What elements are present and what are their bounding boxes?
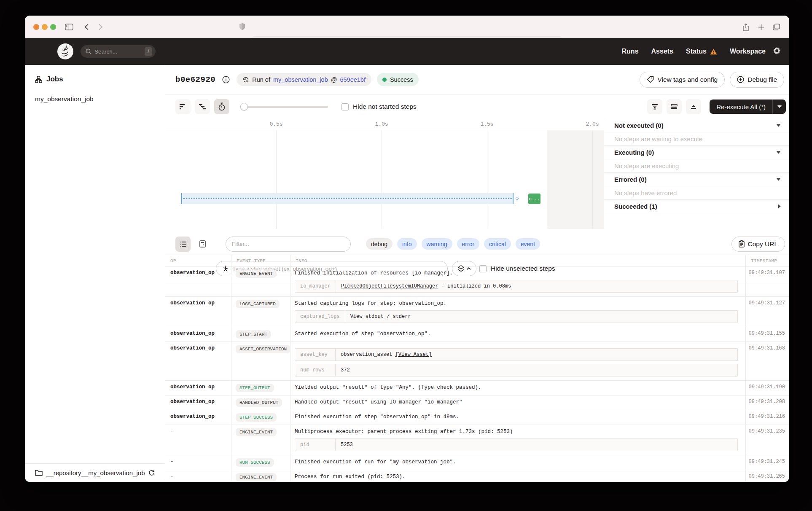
- event-type-badge: ENGINE_EVENT: [236, 269, 277, 278]
- run-of-label: Run of: [252, 76, 270, 83]
- metadata-key: pid: [295, 439, 336, 451]
- log-row[interactable]: observation_opSTEP_SUCCESSFinished execu…: [165, 410, 789, 425]
- log-op-cell: -: [165, 425, 231, 455]
- log-timestamp-cell: 09:49:31.235: [745, 425, 789, 455]
- log-filter-input[interactable]: [226, 237, 351, 252]
- gantt-timed-view-button[interactable]: [214, 99, 229, 114]
- log-info-cell: Handled output "result" using IO manager…: [290, 395, 745, 410]
- chevron-down-icon[interactable]: [776, 178, 781, 181]
- sidebar-job-item[interactable]: my_observation_job: [25, 93, 165, 105]
- log-row[interactable]: observation_opLOGS_CAPTUREDStarted captu…: [165, 297, 789, 327]
- expand-up-button[interactable]: [686, 99, 701, 114]
- zoom-window-button[interactable]: [50, 24, 56, 30]
- log-event-type-cell: STEP_OUTPUT: [231, 381, 290, 395]
- slider-track[interactable]: [241, 106, 328, 108]
- slider-knob[interactable]: [240, 103, 248, 110]
- chevron-right-icon[interactable]: [778, 204, 781, 209]
- panel-section-title: Errored (0): [614, 176, 647, 183]
- collapse-down-button[interactable]: [647, 99, 662, 114]
- log-row[interactable]: -ENGINE_EVENTProcess for run exited (pid…: [165, 470, 789, 482]
- app-top-nav: Search... / RunsAssetsStatusWorkspace: [25, 38, 789, 65]
- log-row[interactable]: observation_opASSET_OBSERVATIONasset_key…: [165, 342, 789, 381]
- topnav-item-assets[interactable]: Assets: [651, 48, 673, 55]
- panel-section-header[interactable]: Not executed (0): [604, 119, 789, 132]
- log-list-view-button[interactable]: [175, 237, 191, 252]
- metadata-entry: captured_logsView stdout / stderr: [295, 310, 738, 323]
- share-icon[interactable]: [739, 21, 752, 33]
- log-row[interactable]: -ENGINE_EVENTMultiprocess executor: pare…: [165, 425, 789, 455]
- chevron-down-icon[interactable]: [776, 124, 781, 127]
- dagster-logo-icon[interactable]: [57, 43, 74, 60]
- metadata-key: captured_logs: [295, 311, 345, 323]
- panel-section-header[interactable]: Succeeded (1): [604, 200, 789, 213]
- commit-link[interactable]: 659ee1bf: [340, 76, 365, 83]
- log-row[interactable]: -RUN_SUCCESSFinished execution of run fo…: [165, 455, 789, 470]
- reload-repository-icon[interactable]: [148, 470, 155, 476]
- copy-url-button[interactable]: Copy URL: [731, 237, 785, 252]
- log-table: OP EVENT TYPE INFO TIMESTAMP observation…: [165, 255, 789, 482]
- metadata-link[interactable]: PickledObjectFilesystemIOManager: [341, 283, 438, 289]
- gantt-step-bar[interactable]: o...: [528, 194, 540, 204]
- panel-section-header[interactable]: Executing (0): [604, 146, 789, 159]
- log-event-type-cell: STEP_SUCCESS: [231, 410, 290, 425]
- reexecute-all-button[interactable]: Re-execute All (*): [710, 100, 772, 114]
- metadata-value: 5253: [336, 442, 358, 448]
- gantt-zoom-slider[interactable]: [241, 103, 328, 110]
- topnav-item-workspace[interactable]: Workspace: [730, 48, 766, 55]
- gantt-tick-label: 1.5s: [480, 121, 493, 127]
- new-tab-icon[interactable]: [755, 21, 767, 33]
- log-level-pill-critical[interactable]: critical: [484, 238, 511, 250]
- gantt-tick-label: 2.0s: [586, 121, 599, 127]
- log-level-pill-event[interactable]: event: [516, 238, 540, 250]
- debug-file-button[interactable]: Debug file: [730, 72, 784, 88]
- gear-icon[interactable]: [773, 47, 781, 55]
- topnav-item-label: Status: [686, 48, 707, 55]
- sidebar-toggle-icon[interactable]: [63, 21, 75, 33]
- info-icon[interactable]: [222, 76, 230, 83]
- close-window-button[interactable]: [33, 24, 39, 30]
- log-op-cell: observation_op: [165, 410, 231, 425]
- panel-section-message: No steps are executing: [604, 159, 789, 173]
- back-button[interactable]: [80, 21, 93, 33]
- log-info-cell: Multiprocess executor: parent process ex…: [290, 425, 745, 455]
- tabs-overview-icon[interactable]: [770, 21, 782, 33]
- job-link[interactable]: my_observation_job: [273, 76, 328, 83]
- metadata-key: io_manager: [295, 280, 336, 292]
- forward-button[interactable]: [94, 21, 107, 33]
- log-level-pill-debug[interactable]: debug: [366, 238, 393, 250]
- gantt-gridline: [592, 130, 593, 229]
- metadata-link[interactable]: [View Asset]: [395, 352, 432, 358]
- split-panels-button[interactable]: [667, 99, 682, 114]
- hide-not-started-checkbox[interactable]: [341, 103, 349, 110]
- log-row[interactable]: observation_opENGINE_EVENTFinished initi…: [165, 266, 789, 297]
- log-row[interactable]: observation_opHANDLED_OUTPUTHandled outp…: [165, 395, 789, 410]
- metadata-entry: asset_keyobservation_asset [View Asset]: [295, 348, 738, 361]
- reexecute-dropdown-caret[interactable]: [772, 100, 786, 114]
- step-status-panel: Not executed (0)No steps are waiting to …: [604, 119, 789, 229]
- browser-chrome: localhost: [25, 16, 789, 38]
- metadata-entry: io_managerPickledObjectFilesystemIOManag…: [295, 280, 738, 293]
- minimize-window-button[interactable]: [42, 24, 48, 30]
- gantt-tick-label: 0.5s: [269, 121, 282, 127]
- log-row[interactable]: observation_opSTEP_STARTStarted executio…: [165, 327, 789, 342]
- topnav-item-status[interactable]: Status: [686, 48, 717, 55]
- gantt-waterfall-view-button[interactable]: [195, 99, 210, 114]
- view-tags-button[interactable]: View tags and config: [640, 72, 725, 88]
- gantt-step-track: [181, 193, 514, 204]
- run-header: b0e62920 Run of my_observation_job @ 659…: [165, 65, 789, 94]
- metadata-value: 372: [336, 367, 355, 373]
- log-level-pill-info[interactable]: info: [397, 238, 417, 250]
- topnav-item-runs[interactable]: Runs: [622, 48, 639, 55]
- chevron-down-icon[interactable]: [776, 151, 781, 154]
- panel-section-header[interactable]: Errored (0): [604, 173, 789, 186]
- log-structured-view-button[interactable]: [195, 237, 210, 252]
- log-info-cell: Started capturing logs for step: observa…: [290, 297, 745, 327]
- log-level-pill-error[interactable]: error: [457, 238, 480, 250]
- log-op-cell: observation_op: [165, 327, 231, 342]
- gantt-flat-view-button[interactable]: [175, 99, 191, 114]
- log-level-pill-warning[interactable]: warning: [422, 238, 452, 250]
- jobs-icon: [35, 76, 42, 83]
- global-search-input[interactable]: Search... /: [81, 45, 156, 58]
- log-op-cell: observation_op: [165, 381, 231, 395]
- log-row[interactable]: observation_opSTEP_OUTPUTYielded output …: [165, 381, 789, 395]
